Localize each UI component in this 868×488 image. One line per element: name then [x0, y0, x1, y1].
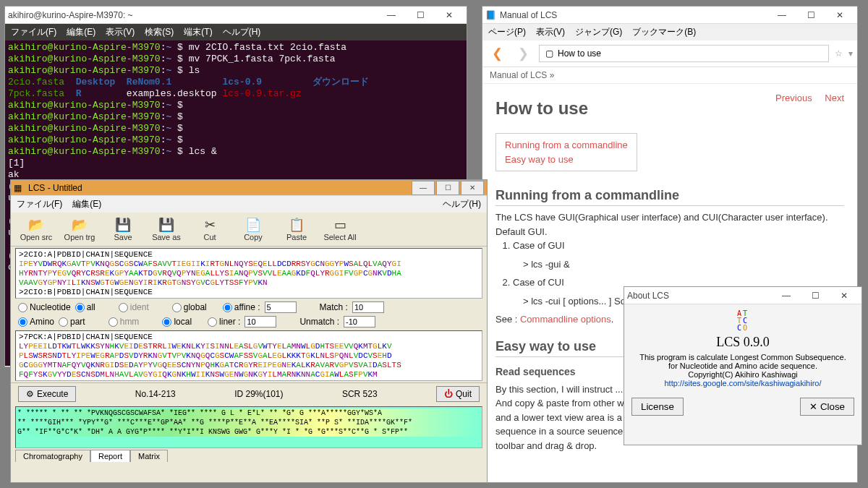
status-id: ID 29%(101) — [234, 389, 283, 399]
lcs-menubar[interactable]: ファイル(F) 編集(E) ヘルプ(H) — [11, 196, 487, 213]
prev-next-nav: Previous Next — [765, 91, 844, 106]
close-button[interactable]: ✕ — [435, 7, 464, 23]
nucleotide-radio[interactable]: Nucleotide — [18, 302, 71, 312]
tab-report[interactable]: Report — [90, 450, 130, 462]
back-button[interactable]: ❮ — [487, 43, 507, 64]
app-name: LCS 0.9.0 — [630, 335, 856, 350]
toolbar-open-trg[interactable]: 📂Open trg — [59, 215, 101, 243]
source-sequence-area[interactable]: >2CIO:A|PDBID|CHAIN|SEQUENCEIPEYVDWRQKGA… — [15, 248, 482, 299]
part-radio[interactable]: part — [59, 317, 85, 327]
liner-radio[interactable]: liner : — [208, 317, 240, 327]
result-tabs: Chromatography Report Matrix — [11, 450, 487, 462]
menu-icon[interactable]: ▾ — [848, 48, 853, 59]
license-button[interactable]: License — [631, 398, 684, 416]
page-icon: ▢ — [545, 48, 553, 59]
toolbar-save-as[interactable]: 💾Save as — [145, 215, 187, 243]
close-button[interactable]: ✕Close — [800, 398, 854, 416]
hmm-radio[interactable]: hmm — [109, 317, 140, 327]
about-dialog: About LCS — ☐ ✕ AT TC CO LCS 0.9.0 This … — [624, 286, 862, 445]
maximize-button[interactable]: ☐ — [796, 7, 825, 23]
app-logo: AT TC CO — [630, 310, 856, 332]
toolbar-paste[interactable]: 📋Paste — [276, 215, 318, 243]
global-radio[interactable]: global — [172, 302, 207, 312]
alignment-result-area[interactable]: * ***** * ** ** *PVKNQGSCGSCWAFSA* *IEG*… — [15, 406, 482, 448]
options-row-1: Nucleotide all ident global affine : Mat… — [11, 300, 487, 314]
maximize-button[interactable]: ☐ — [801, 288, 830, 304]
next-link[interactable]: Next — [825, 93, 844, 103]
liner-input[interactable] — [244, 316, 276, 328]
close-button[interactable]: ✕ — [830, 288, 859, 304]
tab-matrix[interactable]: Matrix — [130, 450, 168, 462]
toolbar-copy[interactable]: 📄Copy — [232, 215, 274, 243]
website-link[interactable]: http://sites.google.com/site/kashiwagiak… — [664, 379, 821, 388]
match-input[interactable] — [352, 301, 384, 313]
bookmark-icon[interactable]: ☆ — [835, 48, 843, 59]
toolbar-select-all[interactable]: ▭Select All — [319, 215, 361, 243]
options-row-2: Amino part hmm local liner : Unmatch : — [11, 314, 487, 329]
commandline-options-link[interactable]: Commandline options — [520, 314, 611, 325]
lcs-icon: ▦ — [14, 183, 24, 193]
section-heading: Running from a commandline — [495, 186, 844, 206]
close-button[interactable]: ✕ — [461, 181, 484, 195]
maximize-button[interactable]: ☐ — [436, 181, 459, 195]
about-body: AT TC CO LCS 0.9.0 This program is calcu… — [624, 304, 861, 393]
affine-radio[interactable]: affine : — [223, 302, 260, 312]
exit-icon: ⏻ — [444, 389, 453, 399]
toc-box: Running from a commandline Easy way to u… — [495, 133, 637, 171]
amino-radio[interactable]: Amino — [18, 317, 54, 327]
close-button[interactable]: ✕ — [825, 7, 854, 23]
toolbar-open-src[interactable]: 📂Open src — [15, 215, 57, 243]
forward-button[interactable]: ❯ — [513, 43, 533, 64]
help-location[interactable]: ▢ How to use — [539, 45, 829, 62]
toolbar-cut[interactable]: ✂Cut — [189, 215, 231, 243]
ident-radio[interactable]: ident — [119, 302, 149, 312]
minimize-button[interactable]: — — [772, 288, 801, 304]
lcs-window: ▦ LCS - Untitled — ☐ ✕ ファイル(F) 編集(E) ヘルプ… — [10, 179, 488, 483]
maximize-button[interactable]: ☐ — [406, 7, 435, 23]
terminal-titlebar[interactable]: akihiro@kurino-Aspire-M3970: ~ — ☐ ✕ — [5, 7, 467, 24]
terminal-title: akihiro@kurino-Aspire-M3970: ~ — [8, 10, 377, 20]
lcs-toolbar: 📂Open src📂Open trg💾Save💾Save as✂Cut📄Copy… — [11, 213, 487, 247]
affine-input[interactable] — [265, 301, 297, 313]
lcs-titlebar[interactable]: ▦ LCS - Untitled — ☐ ✕ — [11, 180, 487, 196]
minimize-button[interactable]: — — [767, 7, 796, 23]
close-icon: ✕ — [809, 401, 817, 412]
status-no: No.14-213 — [135, 389, 176, 399]
all-radio[interactable]: all — [75, 302, 95, 312]
terminal-menubar[interactable]: ファイル(F) 編集(E) 表示(V) 検索(S) 端末(T) ヘルプ(H) — [5, 24, 467, 40]
help-menubar[interactable]: ページ(P) 表示(V) ジャンプ(G) ブックマーク(B) — [482, 24, 857, 40]
previous-link[interactable]: Previous — [775, 93, 812, 103]
status-scr: SCR 523 — [342, 389, 378, 399]
help-icon: 📘 — [485, 10, 495, 20]
minimize-button[interactable]: — — [412, 181, 435, 195]
help-titlebar[interactable]: 📘 Manual of LCS — ☐ ✕ — [482, 7, 857, 24]
help-nav: ❮ ❯ ▢ How to use ☆ ▾ — [482, 40, 857, 67]
tab-chromatography[interactable]: Chromatography — [15, 450, 90, 462]
gear-icon: ⚙ — [26, 389, 34, 399]
local-radio[interactable]: local — [162, 317, 192, 327]
about-titlebar[interactable]: About LCS — ☐ ✕ — [624, 287, 861, 304]
toolbar-save[interactable]: 💾Save — [102, 215, 144, 243]
unmatch-input[interactable] — [344, 316, 375, 328]
execute-button[interactable]: ⚙Execute — [18, 386, 76, 402]
target-sequence-area[interactable]: >7PCK:A|PDBID|CHAIN|SEQUENCELYPEEILDTKWT… — [15, 330, 482, 381]
breadcrumb[interactable]: Manual of LCS » — [482, 67, 857, 84]
help-title: Manual of LCS — [500, 10, 767, 20]
quit-button[interactable]: ⏻Quit — [436, 386, 480, 402]
minimize-button[interactable]: — — [377, 7, 406, 23]
execute-row: ⚙Execute No.14-213 ID 29%(101) SCR 523 ⏻… — [11, 382, 487, 405]
